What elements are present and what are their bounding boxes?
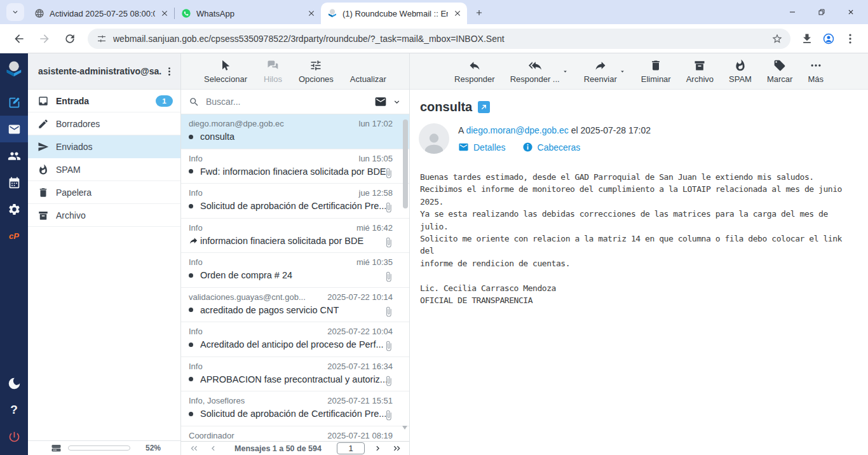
recipient-email-link[interactable]: diego.moran@dpe.gob.ec: [466, 125, 568, 135]
inbox-icon: [37, 95, 49, 107]
list-toolbar-seleccionar[interactable]: Seleccionar: [204, 59, 247, 84]
forwarded-icon: [189, 236, 198, 245]
message-row-2[interactable]: Info lun 15:05 Fwd: informacion finacier…: [181, 149, 409, 184]
folder-entrada[interactable]: Entrada 1: [28, 90, 180, 112]
folder-borradores[interactable]: Borradores: [28, 112, 180, 135]
url-text[interactable]: webmail.sanjuan.gob.ec/cpsess5350978522/…: [113, 34, 771, 44]
folder-spam[interactable]: SPAM: [28, 158, 180, 181]
browser-menu-icon[interactable]: [844, 32, 857, 45]
rail-item-help[interactable]: ?: [0, 397, 28, 423]
msg-toolbar-responder[interactable]: Responder: [454, 59, 495, 84]
back-button[interactable]: [9, 29, 29, 49]
message-from: Info: [189, 154, 354, 163]
rail-item-contacts[interactable]: [0, 142, 28, 169]
message-row-7[interactable]: Info 2025-07-22 10:04 Acreditado del ant…: [181, 322, 409, 357]
plus-icon: [475, 8, 484, 17]
message-row-10[interactable]: Coordinador 2025-07-21 08:19: [181, 426, 409, 442]
rail-item-calendar[interactable]: [0, 169, 28, 196]
message-date: mié 16:42: [356, 223, 393, 233]
toolbar-label: Seleccionar: [204, 74, 247, 84]
msg-toolbar-archivo[interactable]: Archivo: [686, 59, 714, 84]
rail-item-settings[interactable]: [0, 196, 28, 222]
trash-icon: [649, 59, 662, 72]
forward-mail-icon: [594, 59, 607, 72]
browser-tab-3[interactable]: (1) Roundcube Webmail :: Envia: [321, 3, 467, 24]
folder-enviados[interactable]: Enviados: [28, 135, 180, 158]
profile-icon[interactable]: [822, 32, 835, 45]
restore-button[interactable]: [807, 0, 836, 24]
tab-close-icon[interactable]: [453, 9, 462, 18]
search-scope-icon[interactable]: [374, 95, 387, 108]
reload-button[interactable]: [60, 29, 80, 49]
date-word: el: [571, 125, 578, 135]
minimize-button[interactable]: [778, 0, 807, 24]
list-toolbar-opciones[interactable]: Opciones: [299, 59, 334, 84]
calendar-icon: [8, 176, 21, 189]
chevron-down-icon: [11, 8, 20, 17]
headers-toggle[interactable]: Cabeceras: [522, 142, 581, 153]
unread-dot-icon: [189, 204, 193, 208]
sliders-icon: [309, 59, 322, 72]
rail-item-mail[interactable]: [0, 116, 28, 142]
msg-toolbar-eliminar[interactable]: Eliminar: [641, 59, 671, 84]
browser-tab-2[interactable]: WhatsApp: [175, 3, 321, 24]
downloads-icon[interactable]: [801, 32, 813, 45]
account-options-button[interactable]: [161, 64, 177, 79]
details-toggle[interactable]: Detalles: [458, 142, 506, 153]
scroll-down-arrow[interactable]: [402, 426, 407, 430]
message-date: 2025-07-21 08:19: [327, 431, 393, 440]
close-window-button[interactable]: [836, 0, 865, 24]
search-options-icon[interactable]: [392, 97, 402, 107]
paperclip-icon: [383, 168, 394, 179]
bookmark-star-icon[interactable]: [771, 33, 783, 44]
message-from: Info: [189, 257, 351, 267]
dropdown-caret-icon[interactable]: [562, 68, 569, 75]
msg-toolbar-group: Archivo: [686, 59, 714, 84]
tab-search-button[interactable]: [6, 3, 24, 21]
message-date: lun 17:02: [359, 119, 393, 128]
message-row-9[interactable]: Info, Joseflores 2025-07-21 15:51 Solici…: [181, 391, 409, 426]
unread-dot-icon: [189, 377, 193, 381]
storage-meter: [68, 445, 130, 451]
new-tab-button[interactable]: [471, 4, 487, 21]
rail-item-dark-mode[interactable]: [0, 370, 28, 397]
rail-item-compose[interactable]: [0, 89, 28, 116]
message-row-3[interactable]: Info jue 12:58 Solicitud de aprobación d…: [181, 184, 409, 219]
site-settings-icon[interactable]: [97, 34, 107, 44]
folder-archivo[interactable]: Archivo: [28, 204, 180, 227]
folder-papelera[interactable]: Papelera: [28, 181, 180, 204]
folder-label: Borradores: [56, 119, 173, 129]
msg-toolbar-reenviar[interactable]: Reenviar: [584, 59, 617, 84]
message-row-1[interactable]: diego.moran@dpe.gob.ec lun 17:02 consult…: [181, 114, 409, 149]
address-bar[interactable]: webmail.sanjuan.gob.ec/cpsess5350978522/…: [88, 29, 790, 49]
list-toolbar: Seleccionar Hilos Opciones Actualizar: [181, 53, 409, 90]
open-in-new-window-button[interactable]: [478, 101, 490, 113]
dropdown-caret-icon[interactable]: [619, 68, 626, 75]
list-scrollbar[interactable]: [403, 119, 408, 208]
msg-toolbar-más[interactable]: Más: [808, 59, 824, 84]
browser-tab-strip: Actividad 2025-07-25 08:00:00 WhatsApp (…: [0, 0, 868, 24]
message-row-8[interactable]: Info 2025-07-21 16:34 APROBACION fase pr…: [181, 357, 409, 392]
message-content: consulta A diego.moran@dpe.gob.ec el 202…: [410, 90, 868, 455]
msg-toolbar-responder-[interactable]: Responder ...: [510, 59, 560, 84]
tab-close-icon[interactable]: [307, 9, 316, 18]
list-toolbar-actualizar[interactable]: Actualizar: [350, 59, 386, 84]
rail-item-logout[interactable]: [0, 423, 28, 450]
msg-toolbar-marcar[interactable]: Marcar: [767, 59, 792, 84]
search-bar: [181, 90, 409, 114]
toolbar-label: Responder: [454, 74, 495, 84]
next-page-button[interactable]: [371, 443, 384, 454]
last-page-button[interactable]: [390, 443, 403, 454]
search-input[interactable]: [206, 97, 370, 107]
message-row-4[interactable]: Info mié 16:42 informacion finaciera sol…: [181, 219, 409, 254]
msg-toolbar-spam[interactable]: SPAM: [729, 59, 752, 84]
dots-h-icon: [810, 59, 822, 72]
message-row-5[interactable]: Info mié 10:35 Orden de compra # 24: [181, 253, 409, 288]
tab-close-icon[interactable]: [160, 9, 169, 18]
message-row-6[interactable]: validaciones.guayas@cnt.gob... 2025-07-2…: [181, 288, 409, 323]
message-list-panel: Seleccionar Hilos Opciones Actualizar di…: [181, 53, 410, 455]
browser-tab-1[interactable]: Actividad 2025-07-25 08:00:00: [28, 3, 174, 24]
rail-item-cpanel[interactable]: cP: [0, 222, 28, 249]
page-number-input[interactable]: [337, 442, 365, 454]
headers-label: Cabeceras: [538, 142, 581, 153]
